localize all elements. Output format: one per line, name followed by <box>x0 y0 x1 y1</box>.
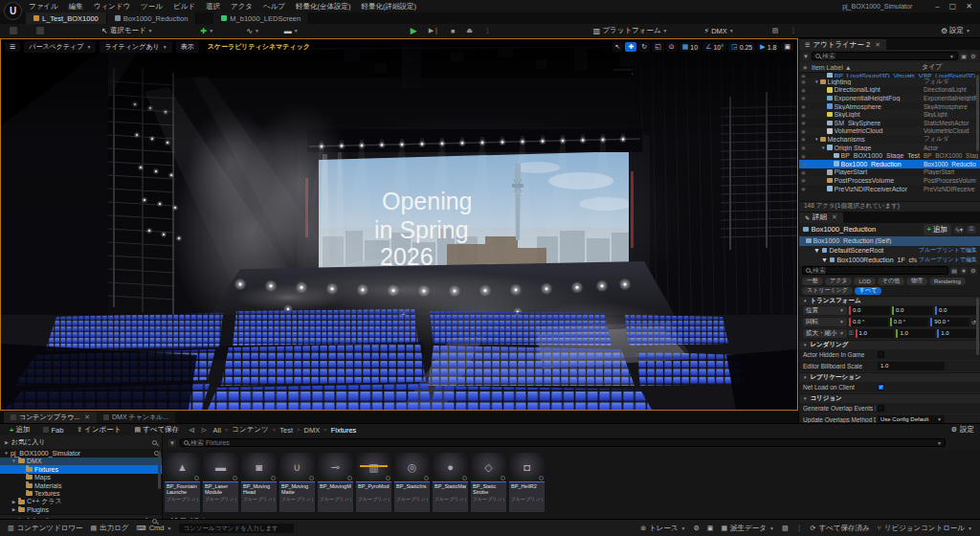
filter-chip-その他[interactable]: その他 <box>878 278 904 285</box>
select-mode-dropdown[interactable]: ↖選択モード▼ <box>98 25 157 36</box>
tree-item-Fixtures[interactable]: Fixtures <box>0 465 162 474</box>
filter-chip-物理[interactable]: 物理 <box>906 278 927 285</box>
viewport-menu-button[interactable]: ☰ <box>5 42 20 52</box>
all-saved-status[interactable]: ⟳すべて保存済み <box>811 524 870 533</box>
section-header-コリジョン[interactable]: ▼コリジョン <box>799 393 980 403</box>
eject-button[interactable]: ⏏ <box>462 26 477 35</box>
save-level-icon[interactable] <box>6 26 21 35</box>
doc-tab-Box1000_Reduction[interactable]: Box1000_Reduction <box>107 12 197 24</box>
doc-tab-M_b1000_LEDScreen[interactable]: M_b1000_LEDScreen <box>213 12 309 24</box>
asset-tile-BP_Fountain Launche[interactable]: ▲BP_Fountain Launcheブループリント ク <box>165 453 200 512</box>
outliner-row-Box1000_Reduction[interactable]: ◉Box1000_ReductionBox1000_Reductio <box>799 160 980 168</box>
transform-label-dropdown[interactable]: 位置▼ <box>803 306 847 315</box>
section-header-レプリケーション[interactable]: ▼レプリケーション <box>799 372 980 382</box>
dmx-dropdown[interactable]: ⚡DMX▼ <box>701 26 738 36</box>
lit-mode-button[interactable]: ライティングあり▼ <box>100 41 171 53</box>
filter-chip-すべて[interactable]: すべて <box>855 287 881 295</box>
filter-chip-LOD[interactable]: LOD <box>854 278 875 285</box>
outliner-row-PreVizNDIReceiverActor[interactable]: ◉PreVizNDIReceiverActorPreVizNDIReceive <box>799 185 980 193</box>
cmd-dropdown[interactable]: ⌨Cmd▼ <box>137 524 172 532</box>
minimize-button[interactable]: – <box>935 2 939 11</box>
revision-control-dropdown[interactable]: ⑂リビジョンコントロール▼ <box>878 524 972 533</box>
asset-tile-BP_Static Strobe[interactable]: ◇BP_Static Strobeブループリント ク <box>471 453 506 512</box>
asset-tile-BP_Moving Head[interactable]: ◙BP_Moving Headブループリント ク <box>241 453 277 512</box>
outliner-filter-icon[interactable]: ▼ <box>802 53 810 60</box>
console-command-input[interactable] <box>179 524 294 533</box>
menu-item-9[interactable]: 軽量化(詳細設定) <box>362 2 417 11</box>
回転-x-field[interactable]: 0.0 ° <box>849 318 888 326</box>
camera-speed-control[interactable]: ▶1.8 <box>757 42 779 52</box>
settings-gear-icon[interactable]: ⚙ <box>694 525 700 532</box>
outliner-row-PlayerStart[interactable]: ◉PlayerStartPlayerStart <box>799 168 980 177</box>
outliner-row-Lighting[interactable]: ◉▼Lightingフォルダ <box>799 78 980 86</box>
search-icon[interactable] <box>152 440 157 445</box>
forward-icon[interactable]: ⊳ <box>201 426 208 435</box>
output-log-button[interactable]: ▤出力ログ <box>91 524 129 533</box>
select-tool-icon[interactable]: ↖ <box>612 42 624 52</box>
details-settings-icon[interactable]: ⚙ <box>969 267 977 275</box>
outliner-scrollbar[interactable] <box>976 75 979 151</box>
cb-tab-DMX チャンネル...[interactable]: DMX チャンネル... <box>97 412 175 423</box>
misc-icon[interactable]: ▧ <box>768 26 783 35</box>
viewport-3d-scene[interactable]: Openingin Spring2026 ☰ パースペクティブ▼ ライティングあ… <box>0 38 798 411</box>
asset-tile-BP_Moving Matte[interactable]: ∪BP_Moving Matteブループリント ク <box>279 453 315 512</box>
asset-tile-BP_HeliR2[interactable]: ◘BP_HeliR2ブループリント ク <box>509 453 545 512</box>
checkbox-Generate Overlap Events Durin...[interactable] <box>878 405 884 412</box>
拡大・縮小-x-field[interactable]: 1.0 <box>856 329 895 338</box>
asset-tile-BP_StaticMatte[interactable]: ●BP_StaticMatteブループリント ク <box>433 453 468 512</box>
checkbox-Net Load on Client[interactable]: ✓ <box>878 384 884 391</box>
menu-item-5[interactable]: 選択 <box>206 2 220 11</box>
play-button[interactable]: ▶ <box>407 25 421 36</box>
scalability-warning[interactable]: スケーラビリティシネマティック <box>203 41 315 53</box>
details-tab[interactable]: ✎詳細✕ <box>799 212 843 223</box>
asset-tile-BP_PyroModule[interactable]: ▥BP_PyroModuleブループリント ク <box>356 453 391 512</box>
fab-button[interactable]: Fab <box>39 425 67 436</box>
menu-item-4[interactable]: ビルド <box>173 2 195 11</box>
scale-snap-toggle[interactable]: ◲0.25 <box>728 42 755 52</box>
outliner-row-SkyAtmosphere[interactable]: ◉SkyAtmosphereSkyAtmosphere <box>799 102 980 111</box>
回転-y-field[interactable]: 0.0 ° <box>890 318 929 326</box>
outliner-row-Mechanisms[interactable]: ◉▼Mechanismsフォルダ <box>799 135 980 144</box>
transform-label-dropdown[interactable]: 拡大・縮小▼ <box>803 329 847 338</box>
play-options-icon[interactable]: ⋮ <box>480 26 495 35</box>
doc-tab-L_Test_BOX1000[interactable]: L_Test_BOX1000 <box>26 12 107 24</box>
outliner-new-folder-icon[interactable]: ▣ <box>960 53 968 60</box>
component-row-DefaultSceneRoot[interactable]: ▼DefaultSceneRootブループリントで編集 <box>799 246 980 256</box>
cb-add-button[interactable]: +追加 <box>6 424 33 436</box>
viewport-maximize-icon[interactable]: ▣ <box>781 42 793 52</box>
trace-dropdown[interactable]: ⊚トレース▼ <box>640 524 685 533</box>
back-icon[interactable]: ⊲ <box>189 426 195 435</box>
add-component-button[interactable]: +追加 <box>924 224 951 235</box>
回転-z-field[interactable]: 90.0 ° <box>930 318 969 326</box>
more-icon[interactable]: ⋮ <box>796 525 803 532</box>
filter-chip-ストリーミング[interactable]: ストリーミング <box>802 287 853 295</box>
breadcrumb-Fixtures[interactable]: Fixtures <box>331 426 357 435</box>
outliner-row-DirectionalLight[interactable]: ◉DirectionalLightDirectionalLight <box>799 86 980 95</box>
perspective-button[interactable]: パースペクティブ▼ <box>24 41 96 53</box>
rotate-tool-icon[interactable]: ↻ <box>638 42 650 52</box>
outliner-row-SkyLight[interactable]: ◉SkyLightSkyLight <box>799 110 980 119</box>
stop-button[interactable]: ■ <box>447 27 458 35</box>
filter-chip-Rendering[interactable]: Rendering <box>929 278 966 285</box>
dropdown-Update Overlaps Method Durin...[interactable]: Use Config Default▼ <box>878 415 945 424</box>
filter-icon[interactable]: ▼ <box>168 439 176 447</box>
details-scrollbar[interactable] <box>976 298 979 355</box>
rotation-snap-toggle[interactable]: ∠10° <box>702 42 726 52</box>
move-tool-icon[interactable]: ✚ <box>625 42 636 52</box>
field-Editor Billboard Scale[interactable]: 1.0 <box>878 362 945 370</box>
拡大・縮小-y-field[interactable]: 1.0 <box>896 329 935 338</box>
outliner-settings-icon[interactable]: ⚙ <box>969 53 977 60</box>
asset-tile-BP_Laser Module[interactable]: ▬BP_Laser Moduleブループリント ク <box>203 453 238 512</box>
outliner-row-ExponentialHeightFog[interactable]: ◉ExponentialHeightFogExponentialHeightF <box>799 94 980 102</box>
toolbar-more-icon[interactable]: ⋮ <box>786 26 800 35</box>
details-tab-close-icon[interactable]: ✕ <box>832 213 837 221</box>
item-label-column[interactable]: Item Label ▲ <box>812 64 922 71</box>
unreal-logo-icon[interactable]: U <box>4 2 22 20</box>
breadcrumb-DMX[interactable]: DMX <box>304 426 321 435</box>
breadcrumb-All[interactable]: All <box>212 426 220 435</box>
tree-scrollbar[interactable] <box>158 451 161 489</box>
tree-item-Plugins[interactable]: ▶Plugins <box>0 506 162 515</box>
breadcrumb-コンテンツ[interactable]: コンテンツ <box>232 425 268 435</box>
component-row-Box1000Reduction_1F_chairs[interactable]: ▼Box1000Reduction_1F_chairsブループリントで編集 <box>799 256 980 265</box>
transform-label-dropdown[interactable]: 回転▼ <box>803 318 847 326</box>
